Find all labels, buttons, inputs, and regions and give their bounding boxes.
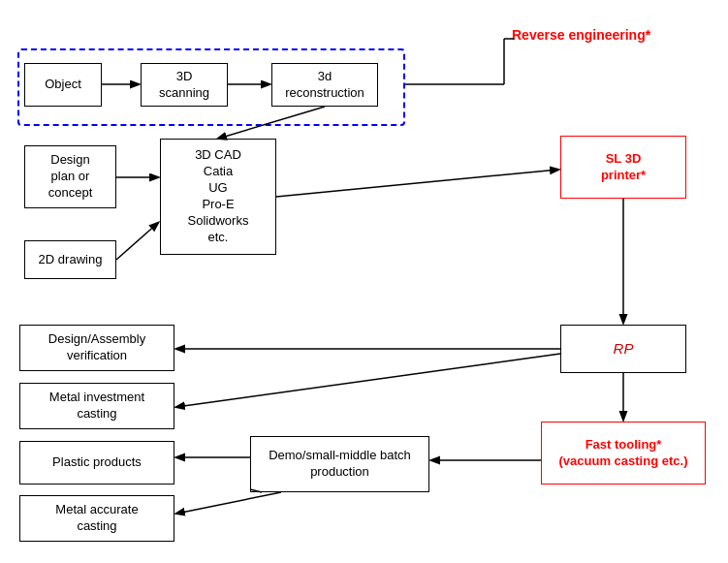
sl-printer-box: SL 3Dprinter* <box>560 136 686 199</box>
fast-tooling-box: Fast tooling*(vacuum casting etc.) <box>541 422 706 485</box>
design-verify-box: Design/Assemblyverification <box>19 325 174 371</box>
reverse-engineering-label: Reverse engineering* <box>512 27 650 43</box>
2d-drawing-box: 2D drawing <box>24 240 116 279</box>
demo-box: Demo/small-middle batchproduction <box>250 436 429 492</box>
object-box: Object <box>24 63 102 107</box>
metal-casting-box: Metal investmentcasting <box>19 383 174 429</box>
svg-line-15 <box>176 492 281 514</box>
reconstruction-box: 3dreconstruction <box>271 63 378 107</box>
rp-box: RP <box>560 325 686 373</box>
cad-box: 3D CADCatiaUGPro-ESolidworksetc. <box>160 139 276 255</box>
svg-line-6 <box>116 223 158 260</box>
diagram: Reverse engineering* Object 3Dscanning 3… <box>0 0 728 563</box>
metal-accurate-box: Metal accuratecasting <box>19 495 174 542</box>
plastic-box: Plastic products <box>19 441 174 485</box>
svg-line-7 <box>276 170 558 197</box>
svg-line-11 <box>176 354 560 407</box>
scanning-box: 3Dscanning <box>141 63 228 107</box>
design-plan-box: Designplan orconcept <box>24 145 116 208</box>
